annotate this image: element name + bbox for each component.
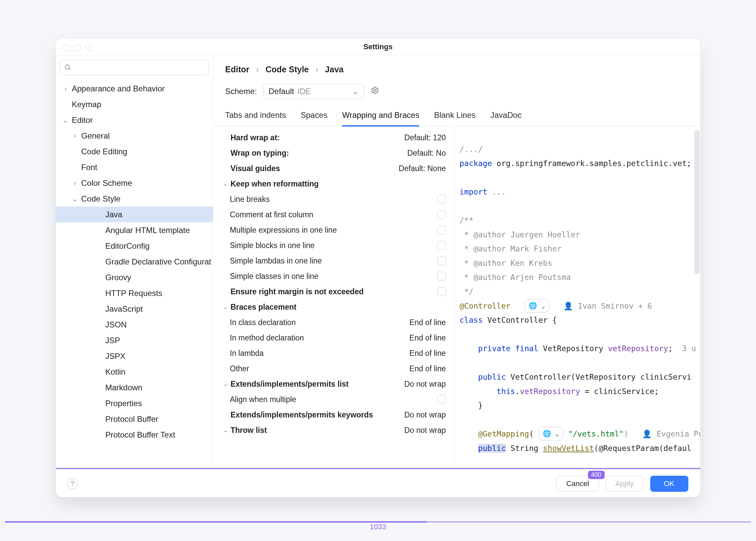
option-in-lambda[interactable]: In lambdaEnd of line — [217, 345, 446, 361]
checkbox[interactable] — [437, 287, 446, 296]
option-value[interactable]: End of line — [409, 349, 446, 358]
search-input[interactable] — [60, 60, 209, 75]
sidebar-item-keymap[interactable]: Keymap — [56, 96, 213, 112]
scrollbar[interactable] — [694, 130, 700, 274]
option-label: In class declaration — [230, 318, 296, 327]
sidebar-item-javascript[interactable]: JavaScript — [56, 301, 213, 317]
option-in-method-declaration[interactable]: In method declarationEnd of line — [217, 330, 446, 345]
minimize-icon[interactable] — [74, 45, 81, 51]
option-simple-classes-in-one-line[interactable]: Simple classes in one line — [217, 268, 446, 284]
option-value[interactable]: Default: 120 — [404, 133, 446, 142]
code-preview: /.../ package org.springframework.sample… — [454, 127, 700, 470]
sidebar-item-general[interactable]: ›General — [56, 128, 213, 144]
apply-button[interactable]: Apply — [606, 476, 644, 492]
option-extends-implements-permits-list[interactable]: ⌄Extends/implements/permits listDo not w… — [217, 376, 446, 392]
tab-wrapping-and-braces[interactable]: Wrapping and Braces — [342, 107, 419, 127]
option-in-class-declaration[interactable]: In class declarationEnd of line — [217, 315, 446, 330]
scheme-select[interactable]: Default IDE ⌄ — [263, 84, 364, 99]
checkbox[interactable] — [437, 226, 446, 234]
sidebar-item-java[interactable]: Java — [56, 207, 213, 222]
chevron-down-icon[interactable]: ⌄ — [222, 380, 229, 388]
checkbox[interactable] — [437, 195, 446, 204]
option-value[interactable]: Default: None — [399, 164, 446, 173]
option-value[interactable]: Do not wrap — [404, 380, 446, 389]
sidebar-item-json[interactable]: JSON — [56, 317, 213, 332]
tab-tabs-and-indents[interactable]: Tabs and indents — [225, 107, 286, 126]
checkbox[interactable] — [437, 210, 446, 219]
chevron-right-icon: › — [315, 65, 318, 74]
sidebar-item-label: EditorConfig — [105, 241, 150, 251]
sidebar-item-code-editing[interactable]: Code Editing — [56, 144, 213, 159]
globe-icon[interactable]: 🌐 ⌄ — [524, 299, 549, 313]
breadcrumb: Editor › Code Style › Java — [213, 55, 700, 80]
checkbox[interactable] — [437, 256, 446, 265]
sidebar-item-label: Code Style — [81, 194, 121, 204]
option-value[interactable]: End of line — [409, 364, 446, 373]
option-other[interactable]: OtherEnd of line — [217, 361, 446, 376]
sidebar-item-code-style[interactable]: ⌄Code Style — [56, 191, 213, 207]
checkbox[interactable] — [437, 241, 446, 250]
sidebar-item-markdown[interactable]: Markdown — [56, 380, 213, 395]
option-label: Line breaks — [230, 195, 270, 204]
option-ensure-right-margin-is-not-exceeded[interactable]: Ensure right margin is not exceeded — [217, 284, 446, 299]
sidebar-item-label: Java — [105, 210, 123, 219]
sidebar-item-jsp[interactable]: JSP — [56, 332, 213, 348]
scheme-value: Default — [269, 87, 294, 96]
sidebar-item-protocol-buffer-text[interactable]: Protocol Buffer Text — [56, 427, 213, 443]
option-comment-at-first-column[interactable]: Comment at first column — [217, 207, 446, 222]
tab-blank-lines[interactable]: Blank Lines — [434, 107, 475, 126]
sidebar-item-kotlin[interactable]: Kotlin — [56, 364, 213, 380]
tab-spaces[interactable]: Spaces — [301, 107, 327, 126]
sidebar-item-properties[interactable]: Properties — [56, 395, 213, 411]
sidebar-item-http-requests[interactable]: HTTP Requests — [56, 285, 213, 301]
globe-icon[interactable]: 🌐 ⌄ — [538, 427, 563, 441]
chevron-down-icon[interactable]: ⌄ — [222, 427, 229, 434]
gear-icon[interactable] — [371, 86, 379, 97]
sidebar-item-appearance-and-behavior[interactable]: ›Appearance and Behavior — [56, 81, 213, 96]
svg-point-2 — [374, 89, 376, 92]
option-label: Keep when reformatting — [231, 179, 319, 188]
sidebar-item-groovy[interactable]: Groovy — [56, 269, 213, 285]
option-extends-implements-permits-keywords[interactable]: Extends/implements/permits keywordsDo no… — [217, 407, 446, 422]
crumb-editor[interactable]: Editor — [225, 65, 249, 74]
help-icon[interactable]: ? — [67, 478, 78, 489]
sidebar-item-gradle-declarative-configurat[interactable]: Gradle Declarative Configurat — [56, 254, 213, 269]
option-align-when-multiple[interactable]: Align when multiple — [217, 392, 446, 407]
option-throw-list[interactable]: ⌄Throw listDo not wrap — [217, 422, 446, 438]
close-icon[interactable] — [63, 45, 70, 51]
option-value[interactable]: End of line — [409, 333, 446, 342]
option-value[interactable]: Do not wrap — [404, 426, 446, 435]
option-hard-wrap-at-[interactable]: Hard wrap at:Default: 120 — [217, 130, 446, 145]
chevron-down-icon[interactable]: ⌄ — [222, 303, 229, 311]
sidebar-item-label: Markdown — [105, 383, 143, 392]
sidebar-item-angular-html-template[interactable]: Angular HTML template — [56, 222, 213, 238]
checkbox[interactable] — [437, 395, 446, 404]
sidebar-item-jspx[interactable]: JSPX — [56, 348, 213, 364]
zoom-icon[interactable] — [85, 45, 92, 51]
option-value[interactable]: Default: No — [407, 149, 446, 158]
option-visual-guides[interactable]: Visual guidesDefault: None — [217, 161, 446, 176]
sidebar-item-font[interactable]: Font — [56, 159, 213, 175]
sidebar-item-editor[interactable]: ⌄Editor — [56, 112, 213, 128]
option-multiple-expressions-in-one-line[interactable]: Multiple expressions in one line — [217, 222, 446, 238]
option-value[interactable]: End of line — [409, 318, 446, 327]
checkbox[interactable] — [437, 272, 446, 281]
chevron-right-icon: › — [61, 85, 70, 92]
option-simple-lambdas-in-one-line[interactable]: Simple lambdas in one line — [217, 253, 446, 268]
option-simple-blocks-in-one-line[interactable]: Simple blocks in one line — [217, 238, 446, 253]
traffic-lights[interactable] — [63, 45, 92, 51]
chevron-down-icon[interactable]: ⌄ — [222, 180, 229, 187]
option-line-breaks[interactable]: Line breaks — [217, 191, 446, 207]
tabs: Tabs and indentsSpacesWrapping and Brace… — [213, 107, 700, 127]
tab-javadoc[interactable]: JavaDoc — [490, 107, 521, 126]
sidebar-item-color-scheme[interactable]: ›Color Scheme — [56, 175, 213, 191]
option-wrap-on-typing-[interactable]: Wrap on typing:Default: No — [217, 145, 446, 161]
crumb-code-style[interactable]: Code Style — [266, 65, 309, 74]
option-value[interactable]: Do not wrap — [404, 410, 446, 419]
ok-button[interactable]: OK — [650, 476, 688, 492]
cancel-button[interactable]: Cancel 400 — [556, 476, 599, 492]
option-label: Extends/implements/permits keywords — [231, 410, 373, 419]
option-label: In lambda — [230, 349, 264, 358]
sidebar-item-editorconfig[interactable]: EditorConfig — [56, 238, 213, 254]
sidebar-item-protocol-buffer[interactable]: Protocol Buffer — [56, 411, 213, 427]
